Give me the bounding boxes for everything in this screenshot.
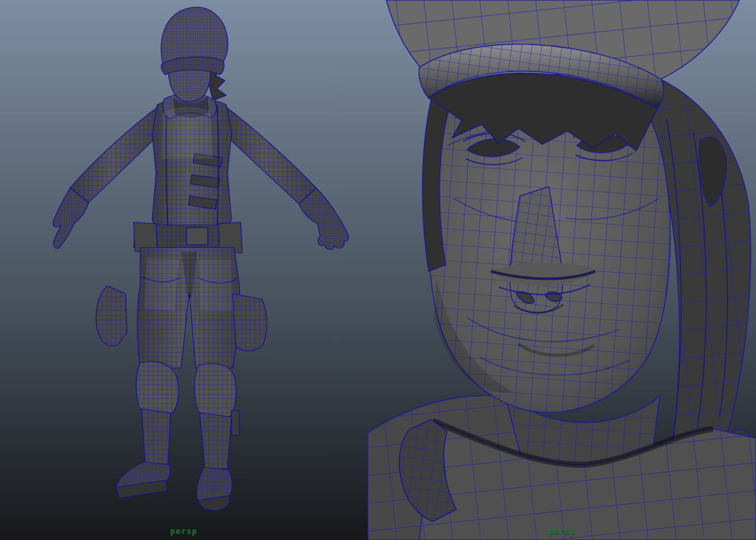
head-wireframe-canvas <box>368 0 756 540</box>
viewport-left-persp[interactable]: persp <box>0 0 368 540</box>
maya-viewport-split: persp <box>0 0 756 540</box>
viewport-right-persp[interactable]: persp <box>368 0 756 540</box>
belt-buckle <box>187 228 208 245</box>
fullbody-wireframe-canvas <box>0 0 368 540</box>
shin-strap <box>231 410 239 435</box>
